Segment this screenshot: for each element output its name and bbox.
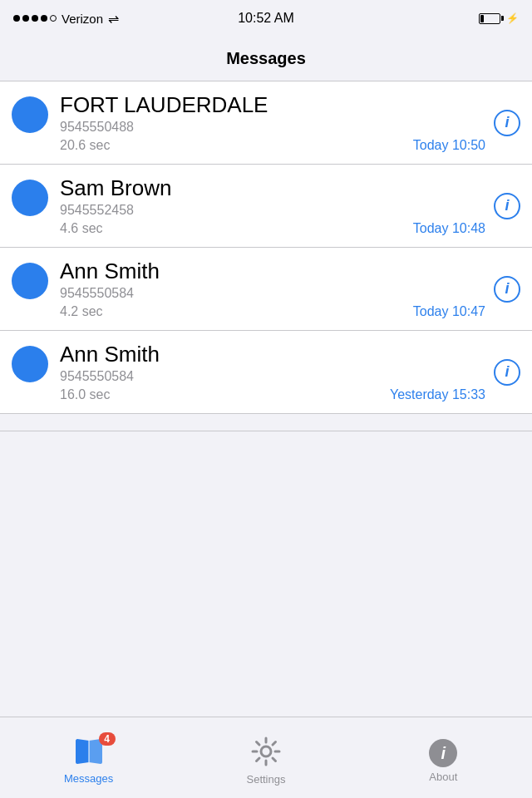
svg-line-6 <box>256 742 259 746</box>
tab-about[interactable]: i About <box>355 732 532 783</box>
call-duration: 16.0 sec <box>60 387 110 402</box>
gear-icon <box>251 736 281 766</box>
battery-fill <box>480 15 484 22</box>
svg-point-1 <box>261 746 271 756</box>
signal-strength <box>13 15 57 22</box>
call-time: Today 10:47 <box>413 304 485 319</box>
contact-name: Sam Brown <box>60 175 485 201</box>
call-duration: 4.6 sec <box>60 221 103 236</box>
list-item[interactable]: Sam Brown 9545552458 4.6 sec Today 10:48… <box>0 165 532 248</box>
item-content: Ann Smith 9545550584 4.2 sec Today 10:47 <box>60 259 485 319</box>
svg-line-7 <box>273 758 276 761</box>
tab-settings[interactable]: Settings <box>177 730 354 786</box>
info-button[interactable]: i <box>494 110 520 136</box>
avatar <box>12 180 48 216</box>
contact-phone: 9545550584 <box>60 369 485 384</box>
messages-tab-badge: 4 <box>99 732 116 746</box>
item-bottom: 20.6 sec Today 10:50 <box>60 138 485 153</box>
info-button[interactable]: i <box>494 276 520 303</box>
call-duration: 20.6 sec <box>60 138 110 153</box>
battery-icon <box>479 13 500 24</box>
nav-bar: Messages <box>0 37 532 81</box>
empty-space <box>0 431 532 717</box>
item-content: FORT LAUDERDALE 9545550488 20.6 sec Toda… <box>60 92 485 153</box>
info-button[interactable]: i <box>494 193 520 219</box>
signal-dot-3 <box>32 15 38 22</box>
settings-tab-label: Settings <box>247 773 286 786</box>
contact-phone: 9545550488 <box>60 120 485 135</box>
main-content: FORT LAUDERDALE 9545550488 20.6 sec Toda… <box>0 81 532 717</box>
item-bottom: 4.2 sec Today 10:47 <box>60 304 485 319</box>
contact-name: FORT LAUDERDALE <box>60 92 485 118</box>
contact-phone: 9545550584 <box>60 286 485 301</box>
tab-messages[interactable]: 4 Messages <box>0 731 177 785</box>
call-time: Today 10:48 <box>413 221 485 236</box>
status-bar: Verizon ⇌ 10:52 AM ⚡ <box>0 0 532 37</box>
avatar <box>12 263 48 299</box>
item-bottom: 4.6 sec Today 10:48 <box>60 221 485 236</box>
svg-line-8 <box>273 742 276 746</box>
info-button[interactable]: i <box>494 359 520 386</box>
call-duration: 4.2 sec <box>60 304 103 319</box>
status-left: Verizon ⇌ <box>13 11 119 27</box>
carrier-name: Verizon <box>62 12 103 26</box>
contact-name: Ann Smith <box>60 259 485 284</box>
list-item[interactable]: FORT LAUDERDALE 9545550488 20.6 sec Toda… <box>0 81 532 165</box>
about-tab-icon-wrap: i <box>429 739 457 767</box>
signal-dot-5 <box>50 15 57 22</box>
signal-dot-1 <box>13 15 20 22</box>
call-time: Yesterday 15:33 <box>390 387 485 402</box>
about-tab-label: About <box>429 771 457 783</box>
item-bottom: 16.0 sec Yesterday 15:33 <box>60 387 485 402</box>
signal-dot-4 <box>41 15 47 22</box>
status-time: 10:52 AM <box>238 11 294 26</box>
contact-phone: 9545552458 <box>60 203 485 218</box>
messages-tab-icon-wrap: 4 <box>72 737 106 769</box>
charging-icon: ⚡ <box>506 12 519 24</box>
item-content: Sam Brown 9545552458 4.6 sec Today 10:48 <box>60 175 485 236</box>
tab-bar: 4 Messages Settings <box>0 717 532 798</box>
call-time: Today 10:50 <box>413 138 485 153</box>
contact-name: Ann Smith <box>60 342 485 367</box>
wifi-icon: ⇌ <box>108 11 119 27</box>
messages-tab-label: Messages <box>64 772 113 785</box>
svg-line-9 <box>256 758 259 761</box>
avatar <box>12 96 48 133</box>
list-item[interactable]: Ann Smith 9545550584 16.0 sec Yesterday … <box>0 331 532 414</box>
list-item[interactable]: Ann Smith 9545550584 4.2 sec Today 10:47… <box>0 248 532 331</box>
avatar <box>12 346 48 382</box>
nav-title: Messages <box>226 49 306 68</box>
signal-dot-2 <box>22 15 29 22</box>
about-info-icon: i <box>429 739 457 767</box>
item-content: Ann Smith 9545550584 16.0 sec Yesterday … <box>60 342 485 402</box>
settings-tab-icon-wrap <box>251 736 281 770</box>
status-right: ⚡ <box>479 12 519 24</box>
messages-list: FORT LAUDERDALE 9545550488 20.6 sec Toda… <box>0 81 532 414</box>
